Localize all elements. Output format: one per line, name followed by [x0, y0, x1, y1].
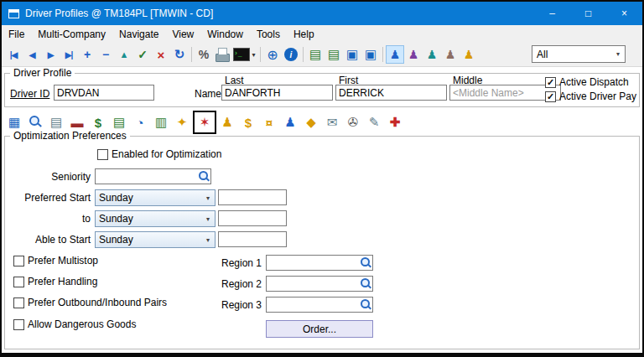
form-view-icon[interactable]: ▣: [361, 45, 380, 64]
database-icon[interactable]: ▥: [151, 112, 171, 132]
menu-file[interactable]: File: [2, 27, 31, 42]
message-icon[interactable]: ✉: [322, 112, 342, 132]
info-icon[interactable]: i: [284, 48, 298, 61]
menu-help[interactable]: Help: [287, 27, 321, 42]
allow-dangerous-goods-checkbox[interactable]: Allow Dangerous Goods: [13, 318, 136, 330]
prefer-handling-checkbox[interactable]: Prefer Handling: [13, 276, 97, 287]
web-icon[interactable]: ⊕: [263, 45, 282, 64]
driver-id-label[interactable]: Driver ID: [10, 88, 49, 100]
nav-last-icon[interactable]: ▶|: [60, 45, 78, 64]
titlebar: Driver Profiles @ TM184PL [TMWIN - CD] –…: [2, 2, 642, 25]
to-select[interactable]: Sunday ▾: [95, 210, 216, 227]
key-icon[interactable]: ◆: [301, 112, 321, 132]
filter-dropdown-arrow[interactable]: ▾: [611, 46, 625, 62]
driver-id-input[interactable]: [54, 85, 154, 101]
enabled-for-optimization-checkbox[interactable]: Enabled for Optimization: [97, 148, 221, 160]
window-list-icon[interactable]: ▣: [343, 45, 361, 64]
maximize-button[interactable]: □: [570, 2, 606, 25]
rates-icon[interactable]: %: [195, 45, 213, 64]
driver-terminal-icon[interactable]: ♟: [404, 45, 423, 64]
region-3-lookup-button[interactable]: [359, 298, 372, 312]
prefer-handling-checkbox-box[interactable]: [13, 277, 24, 287]
prefer-outbound-inbound-pairs-checkbox[interactable]: Prefer Outbound/Inbound Pairs: [13, 297, 167, 308]
name-label: Name: [195, 88, 221, 100]
nav-previous-icon[interactable]: ◀: [23, 45, 41, 64]
minimize-button[interactable]: –: [534, 2, 570, 25]
worker-icon[interactable]: ♟: [217, 112, 237, 132]
menu-navigate[interactable]: Navigate: [112, 27, 165, 42]
seniority-lookup-button[interactable]: [197, 169, 210, 184]
ledger-icon[interactable]: ▤: [306, 45, 325, 64]
schedule-icon[interactable]: ◔: [130, 112, 150, 132]
region-2-input[interactable]: [267, 277, 372, 291]
filter-value: All: [532, 49, 611, 60]
driver-profile-legend: Driver Profile: [10, 67, 75, 79]
to-value: Sunday: [96, 213, 201, 225]
prefer-multistop-label: Prefer Multistop: [28, 255, 98, 266]
optimization-preferences-legend: Optimization Preferences: [10, 130, 130, 142]
menu-multi-company[interactable]: Multi-Company: [31, 27, 112, 42]
region-3-input[interactable]: [267, 298, 372, 312]
delete-record-icon[interactable]: −: [96, 45, 115, 64]
prefer-handling-label: Prefer Handling: [28, 276, 97, 287]
first-aid-icon[interactable]: ✚: [385, 112, 405, 132]
person-icon[interactable]: ♟: [280, 112, 300, 132]
preferred-start-select[interactable]: Sunday ▾: [95, 189, 216, 206]
order-button[interactable]: Order...: [266, 320, 373, 338]
attachment-icon[interactable]: ✇: [343, 112, 363, 132]
region-1-lookup-button[interactable]: [359, 256, 372, 270]
nav-first-icon[interactable]: |◀: [4, 45, 23, 64]
optimization-icon[interactable]: ✶: [195, 112, 215, 132]
prefer-outbound-inbound-pairs-checkbox-box[interactable]: [13, 298, 24, 308]
prefer-multistop-checkbox[interactable]: Prefer Multistop: [13, 255, 98, 266]
driver-profile-icon[interactable]: ♟: [386, 45, 404, 64]
menubar: File Multi-Company Navigate View Window …: [2, 25, 642, 43]
preferred-start-dropdown-arrow[interactable]: ▾: [201, 190, 215, 205]
to-dropdown-arrow[interactable]: ▾: [201, 211, 215, 226]
to-time-input[interactable]: [218, 210, 287, 226]
personnel-icon[interactable]: ♟: [423, 45, 441, 64]
menu-view[interactable]: View: [165, 27, 200, 42]
menu-tools[interactable]: Tools: [250, 27, 287, 42]
save-record-icon[interactable]: ✓: [133, 45, 152, 64]
region-3-label: Region 3: [221, 299, 262, 311]
region-1-label: Region 1: [221, 257, 262, 269]
active-dispatch-checkbox[interactable]: ✓ Active Dispatch: [545, 76, 629, 88]
money-icon[interactable]: $: [238, 112, 258, 132]
region-2-lookup-button[interactable]: [359, 277, 372, 291]
last-name-input[interactable]: [221, 85, 333, 101]
region-1-field: [266, 255, 373, 271]
add-record-icon[interactable]: +: [78, 45, 96, 64]
first-name-input[interactable]: [335, 85, 447, 101]
funds-icon[interactable]: ¤: [259, 112, 279, 132]
active-driver-pay-checkbox-box[interactable]: ✓: [545, 91, 556, 102]
active-driver-pay-checkbox[interactable]: ✓ Active Driver Pay: [545, 91, 636, 102]
able-to-start-dropdown-arrow[interactable]: ▾: [201, 232, 215, 247]
able-to-start-select[interactable]: Sunday ▾: [95, 231, 216, 248]
driver-search-icon[interactable]: ♟: [441, 45, 460, 64]
seniority-input[interactable]: [96, 169, 210, 184]
command-prompt-icon[interactable]: ›_: [233, 48, 250, 61]
print-icon[interactable]: [213, 45, 231, 64]
edit-icon[interactable]: ✎: [364, 112, 384, 132]
revert-icon[interactable]: ▲: [115, 45, 133, 64]
cancel-edit-icon[interactable]: ×: [152, 45, 170, 64]
journal-icon[interactable]: ▤: [325, 45, 343, 64]
enabled-for-optimization-checkbox-box[interactable]: [97, 149, 108, 160]
filter-combobox[interactable]: All ▾: [532, 45, 626, 63]
keys-icon[interactable]: ✦: [172, 112, 192, 132]
menu-window[interactable]: Window: [200, 27, 250, 42]
region-1-input[interactable]: [267, 256, 372, 270]
nav-next-icon[interactable]: ▶: [41, 45, 60, 64]
close-button[interactable]: ×: [606, 2, 642, 25]
seniority-label: Seniority: [5, 171, 91, 183]
payroll-person-icon[interactable]: ♟: [460, 45, 478, 64]
command-prompt-dropdown-arrow[interactable]: ▾: [250, 51, 257, 59]
refresh-icon[interactable]: ↻: [170, 45, 189, 64]
preferred-start-time-input[interactable]: [218, 189, 287, 205]
prefer-multistop-checkbox-box[interactable]: [13, 256, 24, 266]
enabled-for-optimization-label: Enabled for Optimization: [112, 148, 221, 160]
able-to-start-time-input[interactable]: [218, 231, 287, 247]
active-dispatch-checkbox-box[interactable]: ✓: [545, 77, 556, 88]
allow-dangerous-goods-checkbox-box[interactable]: [13, 319, 24, 330]
